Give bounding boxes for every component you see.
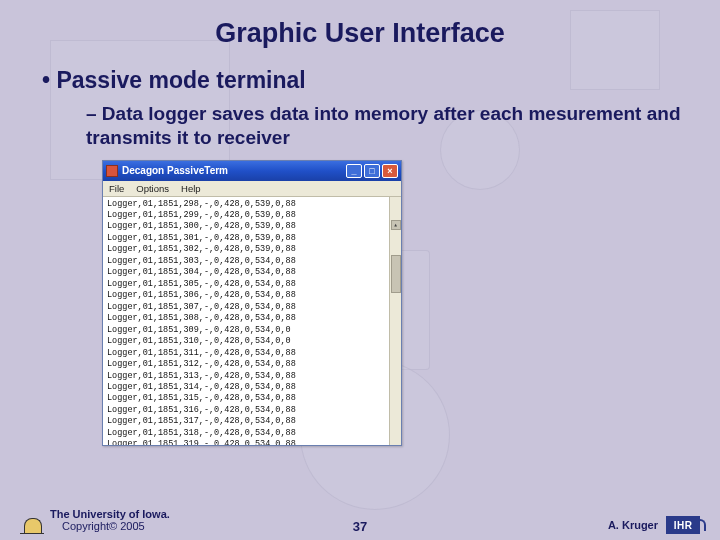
window-menubar: File Options Help (103, 181, 401, 197)
menu-help[interactable]: Help (181, 183, 201, 194)
scrollbar[interactable]: ▴ ▾ (389, 197, 401, 445)
footer-author: A. Kruger (608, 519, 658, 531)
window-controls: _ □ × (346, 164, 398, 178)
university-logo-icon (20, 506, 44, 534)
terminal-output: Logger,01,1851,298,-,0,428,0,539,0,88 Lo… (103, 197, 401, 445)
embedded-window: Decagon PassiveTerm _ □ × File Options H… (102, 160, 402, 446)
bullet-level2: – Data logger saves data into memory aft… (86, 102, 682, 150)
bullet-level1: • Passive mode terminal (42, 67, 682, 94)
window-title: Decagon PassiveTerm (122, 165, 346, 176)
window-titlebar[interactable]: Decagon PassiveTerm _ □ × (103, 161, 401, 181)
close-button[interactable]: × (382, 164, 398, 178)
footer-copyright: Copyright© 2005 (50, 520, 170, 532)
maximize-button[interactable]: □ (364, 164, 380, 178)
footer-left-text: The University of Iowa. Copyright© 2005 (50, 508, 170, 532)
minimize-button[interactable]: _ (346, 164, 362, 178)
ihr-logo-icon: IHR (666, 516, 700, 534)
scroll-thumb[interactable] (391, 255, 401, 293)
footer-right: A. Kruger IHR (367, 516, 700, 534)
slide: Graphic User Interface • Passive mode te… (0, 0, 720, 540)
scroll-up-arrow-icon[interactable]: ▴ (391, 220, 401, 230)
slide-title: Graphic User Interface (38, 18, 682, 49)
menu-options[interactable]: Options (136, 183, 169, 194)
menu-file[interactable]: File (109, 183, 124, 194)
app-icon (106, 165, 118, 177)
page-number: 37 (353, 519, 367, 534)
slide-footer: The University of Iowa. Copyright© 2005 … (0, 506, 720, 534)
footer-org: The University of Iowa. (50, 508, 170, 520)
footer-left: The University of Iowa. Copyright© 2005 (20, 506, 353, 534)
scroll-track[interactable] (390, 255, 401, 444)
